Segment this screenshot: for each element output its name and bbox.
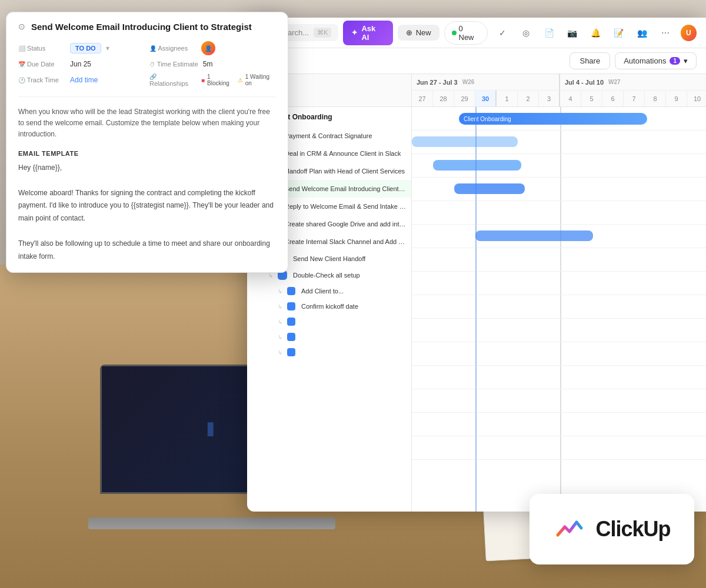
day-10: 10 bbox=[687, 91, 706, 107]
day-2: 2 bbox=[518, 91, 539, 107]
day-1: 1 bbox=[497, 91, 518, 107]
gantt-row-11 bbox=[412, 342, 706, 366]
task-item-14[interactable]: ↳ bbox=[247, 329, 411, 345]
status-badge[interactable]: TO DO bbox=[70, 43, 101, 54]
gantt-row-7 bbox=[412, 248, 706, 272]
status-dropdown-icon[interactable]: ▾ bbox=[106, 44, 109, 52]
status-field: ⬜ Status TO DO ▾ bbox=[18, 41, 145, 55]
task-dot-12 bbox=[287, 302, 295, 310]
automations-button[interactable]: Automations 1 ▾ bbox=[615, 52, 697, 69]
gantt-row-13 bbox=[412, 389, 706, 413]
gantt-grid-body: Client Onboarding bbox=[412, 107, 706, 512]
clickup-brand-card: ClickUp bbox=[530, 494, 694, 564]
checkmark-icon[interactable]: ✓ bbox=[495, 25, 511, 41]
gantt-panel: Jun 27 - Jul 3 W26 Jul 4 - Jul 10 W27 Ju… bbox=[412, 74, 706, 512]
assignee-avatar[interactable]: 👤 bbox=[201, 41, 215, 55]
email-body-1: Welcome aboard! Thanks for signing the c… bbox=[18, 187, 276, 225]
search-shortcut: ⌘K bbox=[314, 28, 331, 38]
track-time-field: 🕐 Track Time Add time bbox=[18, 73, 145, 87]
new-label: New bbox=[416, 28, 431, 37]
track-time-value[interactable]: Add time bbox=[70, 76, 98, 84]
due-date-value[interactable]: Jun 25 bbox=[70, 60, 91, 68]
toolbar: Share Automations 1 ▾ bbox=[247, 48, 706, 74]
gantt-row-14 bbox=[412, 413, 706, 436]
automations-label: Automations bbox=[624, 56, 666, 65]
gantt-bar-4[interactable] bbox=[454, 183, 525, 194]
people-icon[interactable]: 👥 bbox=[634, 25, 650, 41]
week27-label: Jul 4 - Jul 10 bbox=[565, 79, 604, 86]
day-29: 29 bbox=[454, 91, 475, 107]
status-label: ⬜ Status bbox=[18, 45, 65, 52]
day-28: 28 bbox=[433, 91, 454, 107]
ask-ai-button[interactable]: ✦ Ask AI bbox=[343, 21, 392, 45]
modal-header: ⊙ Send Welcome Email Introducing Client … bbox=[6, 12, 288, 36]
gantt-row-6 bbox=[412, 225, 706, 248]
email-greeting: Hey {{name}}, bbox=[18, 162, 276, 175]
time-estimate-label: ⏱ Time Estimate bbox=[149, 61, 198, 68]
task-dot-11 bbox=[287, 287, 295, 295]
clickup-text: ClickUp bbox=[595, 517, 670, 542]
assignees-label: 👤 Assignees bbox=[149, 45, 197, 52]
track-time-label: 🕐 Track Time bbox=[18, 76, 65, 83]
week26-code: W26 bbox=[462, 79, 475, 85]
day-6: 6 bbox=[602, 91, 624, 107]
day-9: 9 bbox=[666, 91, 687, 107]
timeline-area: Tasks Client Onboarding ↳ Payment & Cont… bbox=[247, 74, 706, 512]
share-button[interactable]: Share bbox=[570, 52, 610, 69]
notifications-badge[interactable]: 0 New bbox=[444, 21, 488, 45]
assignee-icon: 👤 bbox=[205, 45, 212, 52]
grid-icon[interactable]: ⋯ bbox=[657, 25, 673, 41]
gantt-row-4 bbox=[412, 178, 706, 201]
gantt-bar-label-1: Client Onboarding bbox=[464, 116, 511, 122]
task-dot-13 bbox=[287, 318, 295, 326]
modal-description: When you know who will be the lead Strat… bbox=[6, 102, 288, 145]
document-icon[interactable]: 📄 bbox=[541, 25, 557, 41]
automations-count: 1 bbox=[670, 57, 680, 65]
relationships-field: 🔗 Relationships ■ 1 Blocking ⚠ 1 Waiting… bbox=[149, 73, 276, 87]
gantt-row-12 bbox=[412, 366, 706, 389]
gantt-row-2 bbox=[412, 131, 706, 154]
assignees-field: 👤 Assignees 👤 bbox=[149, 41, 276, 55]
gantt-bar-6[interactable] bbox=[475, 230, 593, 241]
new-circle-icon: ⊕ bbox=[406, 28, 412, 37]
clickup-ui-panel: 🔍 Search... ⌘K ✦ Ask AI ⊕ New 0 New ✓ ◎ … bbox=[247, 18, 706, 512]
gantt-row-15 bbox=[412, 436, 706, 460]
email-body-2: They'll also be following up to schedule… bbox=[18, 238, 276, 263]
task-dot-15 bbox=[287, 348, 295, 356]
user-avatar[interactable]: U bbox=[681, 25, 697, 41]
gantt-bar-3[interactable] bbox=[433, 160, 521, 171]
task-item-13[interactable]: ↳ bbox=[247, 314, 411, 329]
new-count-label: 0 New bbox=[459, 24, 480, 42]
due-date-label: 📅 Due Date bbox=[18, 61, 65, 68]
new-button[interactable]: ⊕ New bbox=[398, 25, 439, 41]
notification-dot bbox=[452, 31, 457, 35]
task-item-confirm[interactable]: ↳ Confirm kickoff date bbox=[247, 299, 411, 314]
laptop-base bbox=[88, 517, 335, 529]
day-27: 27 bbox=[412, 91, 433, 107]
notes-icon[interactable]: 📝 bbox=[611, 25, 627, 41]
modal-fields: ⬜ Status TO DO ▾ 👤 Assignees 👤 📅 Due Dat… bbox=[6, 36, 288, 92]
ai-sparkle-icon: ✦ bbox=[351, 28, 358, 37]
camera-icon[interactable]: 📷 bbox=[564, 25, 580, 41]
modal-title: Send Welcome Email Introducing Client to… bbox=[31, 22, 276, 32]
clickup-logo-icon bbox=[553, 513, 586, 546]
grid-header: Jun 27 - Jul 3 W26 Jul 4 - Jul 10 W27 Ju… bbox=[412, 74, 706, 107]
task-dot-14 bbox=[287, 333, 295, 341]
gantt-row-8 bbox=[412, 272, 706, 295]
task-item-15[interactable]: ↳ bbox=[247, 345, 411, 360]
relationships-value: ■ 1 Blocking ⚠ 1 Waiting on bbox=[201, 74, 276, 86]
dropdown-chevron-icon: ▾ bbox=[684, 56, 688, 65]
week26-label: Jun 27 - Jul 3 bbox=[417, 79, 458, 86]
gantt-bar-onboarding[interactable]: Client Onboarding bbox=[459, 113, 647, 125]
gantt-row-5 bbox=[412, 201, 706, 225]
task-item-add-client[interactable]: ↳ Add Client to... bbox=[247, 283, 411, 299]
target-icon[interactable]: ◎ bbox=[518, 25, 534, 41]
ask-ai-label: Ask AI bbox=[361, 24, 384, 42]
week27-code: W27 bbox=[608, 79, 621, 85]
day-4: 4 bbox=[560, 91, 581, 107]
time-estimate-field: ⏱ Time Estimate 5m bbox=[149, 60, 276, 68]
relationships-label: 🔗 Relationships bbox=[149, 73, 197, 87]
alarm-icon[interactable]: 🔔 bbox=[588, 25, 604, 41]
day-3: 3 bbox=[539, 91, 560, 107]
gantt-bar-2[interactable] bbox=[412, 136, 518, 147]
